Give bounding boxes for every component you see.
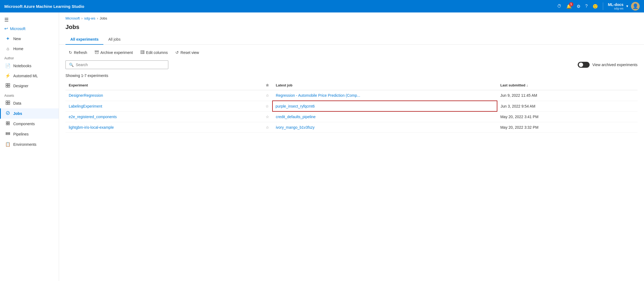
notebooks-icon: 📄 (5, 63, 11, 68)
svg-rect-11 (6, 124, 8, 125)
svg-rect-7 (8, 103, 10, 105)
page-header: Jobs (59, 22, 644, 34)
toggle-switch[interactable] (578, 62, 590, 68)
last-submitted-cell: May 20, 2022 3:41 PM (497, 111, 638, 122)
search-area: 🔍 View archived experiments (59, 59, 644, 72)
reset-view-label: Reset view (180, 50, 199, 55)
search-icon: 🔍 (69, 63, 74, 67)
sidebar-item-pipelines-label: Pipelines (13, 132, 29, 136)
jobs-icon (5, 111, 11, 116)
svg-rect-10 (8, 122, 9, 123)
topbar-divider (603, 2, 603, 10)
topbar-icons: ⏱ 🔔 1 ⚙ ? 🙂 ML-docs sdg-ws ▼ 👤 (557, 2, 640, 11)
sidebar-item-jobs-label: Jobs (13, 111, 22, 116)
automated-ml-icon: ⚡ (5, 73, 11, 78)
table-header-row: Experiment ☆ Latest job Last submitted ↓ (65, 80, 638, 90)
experiment-link[interactable]: LabelingExperiment (69, 104, 102, 108)
sidebar-item-data[interactable]: Data (0, 98, 59, 108)
sidebar-item-home[interactable]: ⌂ Home (0, 44, 59, 54)
breadcrumb-current: Jobs (100, 16, 107, 20)
search-input[interactable] (76, 63, 165, 67)
th-latest-job: Latest job (272, 80, 497, 90)
sidebar-item-environments[interactable]: 📋 Environments (0, 139, 59, 149)
settings-icon[interactable]: ⚙ (577, 4, 580, 9)
workspace-chevron-icon: ▼ (626, 4, 629, 8)
workspace-name: ML-docs (608, 2, 624, 7)
tabs: All experiments All jobs (59, 34, 644, 45)
archive-experiment-button[interactable]: Archive experiment (91, 49, 136, 57)
table-row: DesignerRegression☆Regression - Automobi… (65, 90, 638, 101)
author-section-label: Author (0, 54, 59, 61)
tab-all-experiments[interactable]: All experiments (65, 34, 103, 45)
tab-all-jobs[interactable]: All jobs (103, 34, 125, 45)
components-icon (5, 121, 11, 127)
designer-icon (5, 83, 11, 89)
toolbar: ↻ Refresh Archive experiment (59, 45, 644, 59)
emoji-icon[interactable]: 🙂 (593, 4, 598, 9)
results-count: Showing 1-7 experiments (59, 72, 644, 80)
avatar[interactable]: 👤 (631, 2, 640, 11)
sidebar-item-new[interactable]: + New (0, 33, 59, 44)
sidebar-item-automated-ml[interactable]: ⚡ Automated ML (0, 71, 59, 81)
latest-job-link[interactable]: purple_insect_ryfqcmt6 (275, 104, 315, 108)
svg-rect-3 (8, 86, 10, 87)
sidebar-item-notebooks[interactable]: 📄 Notebooks (0, 61, 59, 71)
favorite-cell[interactable]: ☆ (262, 101, 272, 111)
svg-rect-1 (8, 83, 10, 85)
sidebar-item-environments-label: Environments (13, 142, 37, 147)
sidebar-item-new-label: New (13, 37, 21, 41)
history-icon[interactable]: ⏱ (557, 4, 561, 9)
toggle-knob (579, 63, 583, 67)
sidebar-back-button[interactable]: ↩ Microsoft (0, 24, 59, 33)
sidebar-item-designer[interactable]: Designer (0, 81, 59, 91)
assets-section-label: Assets (0, 91, 59, 98)
breadcrumb-sdg-ws[interactable]: sdg-ws (84, 16, 95, 20)
view-archived-toggle[interactable]: View archived experiments (578, 62, 638, 68)
workspace-selector[interactable]: ML-docs sdg-ws ▼ 👤 (608, 2, 640, 11)
table-container: Experiment ☆ Latest job Last submitted ↓… (59, 80, 644, 133)
workspace-info: ML-docs sdg-ws (608, 2, 624, 10)
sidebar-item-jobs[interactable]: Jobs (0, 108, 59, 119)
refresh-button[interactable]: ↻ Refresh (65, 49, 90, 57)
experiment-link[interactable]: e2e_registered_components (69, 115, 117, 119)
svg-rect-18 (141, 51, 142, 54)
home-icon: ⌂ (5, 46, 11, 51)
svg-rect-4 (6, 101, 8, 102)
reset-view-button[interactable]: ↺ Reset view (172, 49, 202, 57)
sidebar-item-notebooks-label: Notebooks (13, 64, 31, 68)
svg-rect-6 (6, 103, 8, 105)
breadcrumb-sep-1: › (81, 16, 83, 20)
archive-icon (95, 50, 99, 55)
refresh-icon: ↻ (69, 50, 72, 55)
svg-rect-9 (6, 122, 8, 123)
main-content: Microsoft › sdg-ws › Jobs Jobs All exper… (59, 12, 644, 281)
sidebar-item-components[interactable]: Components (0, 119, 59, 129)
favorite-cell[interactable]: ☆ (262, 90, 272, 101)
refresh-label: Refresh (74, 50, 87, 55)
latest-job-link[interactable]: credit_defaults_pipeline (276, 115, 316, 119)
svg-rect-0 (6, 83, 8, 85)
help-icon[interactable]: ? (585, 4, 588, 9)
favorite-cell[interactable]: ☆ (262, 111, 272, 122)
layout: ☰ ↩ Microsoft + New ⌂ Home Author 📄 Note… (0, 12, 644, 281)
hamburger-button[interactable]: ☰ (0, 15, 59, 24)
view-archived-label: View archived experiments (592, 63, 638, 67)
experiment-link[interactable]: lightgbm-iris-local-example (69, 125, 114, 130)
sidebar-item-pipelines[interactable]: Pipelines (0, 129, 59, 139)
data-icon (5, 101, 11, 106)
archive-label: Archive experiment (100, 50, 133, 55)
favorite-cell[interactable]: ☆ (262, 122, 272, 133)
breadcrumb: Microsoft › sdg-ws › Jobs (59, 12, 644, 22)
svg-rect-2 (6, 86, 8, 87)
th-last-submitted[interactable]: Last submitted ↓ (497, 80, 638, 90)
environments-icon: 📋 (5, 142, 11, 147)
latest-job-link[interactable]: Regression - Automobile Price Prediction… (276, 93, 360, 98)
notifications-icon[interactable]: 🔔 1 (566, 4, 572, 9)
topbar: Microsoft Azure Machine Learning Studio … (0, 0, 644, 12)
edit-columns-button[interactable]: Edit columns (137, 49, 171, 57)
experiment-link[interactable]: DesignerRegression (69, 93, 103, 98)
sidebar-item-automated-ml-label: Automated ML (13, 74, 38, 78)
latest-job-link[interactable]: ivory_mango_b1v3fszy (276, 125, 314, 130)
pipelines-icon (5, 131, 11, 137)
breadcrumb-microsoft[interactable]: Microsoft (65, 16, 80, 20)
